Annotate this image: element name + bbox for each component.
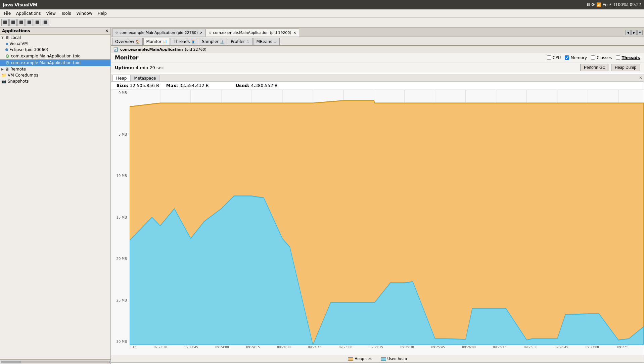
heap-tab-heap[interactable]: Heap — [112, 75, 130, 81]
heap-dump-button[interactable]: Heap Dump — [611, 64, 640, 71]
refresh-icon: 🔄 — [113, 47, 118, 52]
heap-tab-metaspace[interactable]: Metaspace — [130, 75, 159, 81]
app-icon-green: ⚙ — [5, 53, 10, 59]
uptime-value: 4 min 29 sec — [136, 65, 164, 70]
sidebar-item-label: VisualVM — [9, 41, 28, 46]
tab-overview[interactable]: Overview 🏠 — [112, 38, 143, 45]
sidebar-item-snapshots[interactable]: 📷 Snapshots — [0, 78, 110, 84]
sidebar-item-label: Snapshots — [8, 79, 29, 84]
chart-svg-area — [130, 90, 644, 345]
tab-scroll-right[interactable]: ▶ — [631, 30, 637, 35]
doc-tab-19200[interactable]: ⚙ com.example.MainApplication (pid 19200… — [206, 29, 300, 37]
sidebar-item-eclipse[interactable]: Eclipse (pid 30060) — [0, 47, 110, 53]
systray: 🖥 ⟳ 📶 En ⚡ (100%) 09:27 — [586, 2, 641, 7]
sidebar-item-app-22760[interactable]: ⚙ com.example.MainApplication (pid — [0, 53, 110, 59]
app-icon-green2: ⚙ — [5, 60, 10, 65]
app-title: Java VisualVM — [3, 2, 37, 7]
checkbox-classes[interactable]: Classes — [591, 55, 612, 60]
sidebar-item-remote[interactable]: ▶ 🖥 Remote — [0, 66, 110, 72]
sidebar-item-app-19200[interactable]: ⚙ com.example.MainApplication (pid — [0, 59, 110, 66]
tab-icon-22760: ⚙ — [115, 31, 118, 35]
scrollbar-thumb[interactable] — [1, 361, 21, 363]
sidebar-item-local[interactable]: ▼ 🖥 Local — [0, 35, 110, 41]
y-label-15: 15 MB — [112, 216, 128, 219]
heap-chart-close[interactable]: ✕ — [639, 76, 642, 80]
toolbar-btn-2[interactable]: ⬛ — [9, 19, 17, 26]
menu-window[interactable]: Window — [74, 10, 95, 16]
toolbar-btn-1[interactable]: ⬛ — [1, 19, 9, 26]
x-label-6: 09:24:45 — [308, 346, 321, 349]
memory-checkbox[interactable] — [565, 55, 569, 60]
profiler-icon: ⏱ — [246, 40, 250, 44]
heap-chart-svg — [130, 90, 644, 345]
mbeans-icon: ☕ — [274, 40, 277, 44]
checkbox-cpu[interactable]: CPU — [547, 55, 561, 60]
uptime-text: Uptime: 4 min 29 sec — [115, 65, 164, 70]
threads-label: Threads — [622, 55, 640, 60]
y-axis: 30 MB 25 MB 20 MB 15 MB 10 MB 5 MB 0 MB — [111, 90, 130, 345]
cpu-label: CPU — [553, 55, 561, 60]
menu-file[interactable]: File — [1, 10, 13, 16]
tab-monitor[interactable]: Monitor 📊 — [143, 38, 170, 45]
sidebar-item-visualvm[interactable]: ▪ VisualVM — [0, 41, 110, 47]
tab-close-22760[interactable]: ✕ — [200, 31, 202, 35]
legend-heap-size-label: Heap size — [355, 357, 373, 361]
perform-gc-button[interactable]: Perform GC — [580, 64, 609, 71]
gc-buttons: Perform GC Heap Dump — [580, 64, 640, 71]
threads-icon: 🧵 — [191, 40, 195, 44]
expand-icon-remote: ▶ — [1, 67, 4, 71]
toolbar-btn-4[interactable]: ⬛ — [26, 19, 33, 26]
tab-close-19200[interactable]: ✕ — [293, 31, 296, 35]
menu-applications[interactable]: Applications — [13, 10, 43, 16]
toolbar-btn-5[interactable]: ⬛ — [34, 19, 41, 26]
y-label-0: 0 MB — [112, 91, 128, 95]
computer-icon: 🖥 — [5, 35, 9, 40]
battery-status: (100%) 09:27 — [614, 2, 641, 7]
toolbar-btn-3[interactable]: ⬛ — [17, 19, 25, 26]
sidebar-item-label: com.example.MainApplication (pid — [11, 60, 81, 65]
menu-view[interactable]: View — [43, 10, 58, 16]
tab-sampler[interactable]: Sampler 🔬 — [199, 38, 227, 45]
y-label-25: 25 MB — [112, 299, 128, 302]
tab-scroll-left[interactable]: ◀ — [625, 30, 631, 35]
size-label: Size: — [117, 83, 128, 88]
sidebar-close-btn[interactable]: ✕ — [105, 29, 108, 33]
max-label: Max: — [166, 83, 178, 88]
sidebar-scrollbar[interactable] — [0, 359, 110, 364]
checkbox-threads[interactable]: Threads — [616, 55, 640, 60]
doc-tab-22760[interactable]: ⚙ com.example.MainApplication (pid 22760… — [112, 29, 206, 37]
tab-sampler-label: Sampler — [202, 39, 219, 44]
threads-checkbox[interactable] — [616, 55, 620, 60]
y-label-30: 30 MB — [112, 340, 128, 344]
heap-stats: Size: 32,505,856 B Max: 33,554,432 B Use… — [111, 82, 644, 90]
memory-label: Memory — [570, 55, 587, 60]
used-label: Used: — [236, 83, 250, 88]
menu-tools[interactable]: Tools — [58, 10, 74, 16]
classes-checkbox[interactable] — [591, 55, 595, 60]
chart-container: Heap Metaspace ✕ Size: 32,505,856 B Max:… — [111, 74, 644, 363]
menu-help[interactable]: Help — [95, 10, 109, 16]
checkbox-memory[interactable]: Memory — [565, 55, 587, 60]
used-value: 4,380,552 B — [251, 83, 277, 88]
tab-mbeans[interactable]: MBeans ☕ — [254, 38, 280, 45]
used-stat: Used: 4,380,552 B — [236, 83, 278, 88]
sidebar-item-label: Local — [10, 35, 21, 40]
doc-tabs: ⚙ com.example.MainApplication (pid 22760… — [111, 28, 644, 37]
sidebar-item-label: Remote — [10, 67, 26, 72]
y-label-10: 10 MB — [112, 174, 128, 178]
x-label-15: 09:27:00 — [586, 346, 599, 349]
cpu-checkbox[interactable] — [547, 55, 551, 60]
coredumps-icon: 📁 — [1, 73, 6, 78]
toolbar-btn-6[interactable]: ⬛ — [42, 19, 49, 26]
tab-threads[interactable]: Threads 🧵 — [171, 38, 198, 45]
remote-icon: 🖥 — [5, 67, 9, 72]
app-circle-icon — [5, 48, 8, 51]
sidebar-item-vm-coredumps[interactable]: 📁 VM Coredumps — [0, 72, 110, 78]
x-axis: 09:23:15 09:23:30 09:23:45 09:24:00 09:2… — [130, 345, 644, 355]
tab-profiler[interactable]: Profiler ⏱ — [228, 38, 252, 45]
tab-dropdown[interactable]: ▼ — [637, 30, 643, 35]
main-layout: Applications ✕ ▼ 🖥 Local ▪ VisualVM Ecli… — [0, 28, 644, 364]
scrollbar-track[interactable] — [1, 361, 110, 363]
expand-icon: ▼ — [1, 36, 4, 39]
content-area: ⚙ com.example.MainApplication (pid 22760… — [111, 28, 644, 364]
